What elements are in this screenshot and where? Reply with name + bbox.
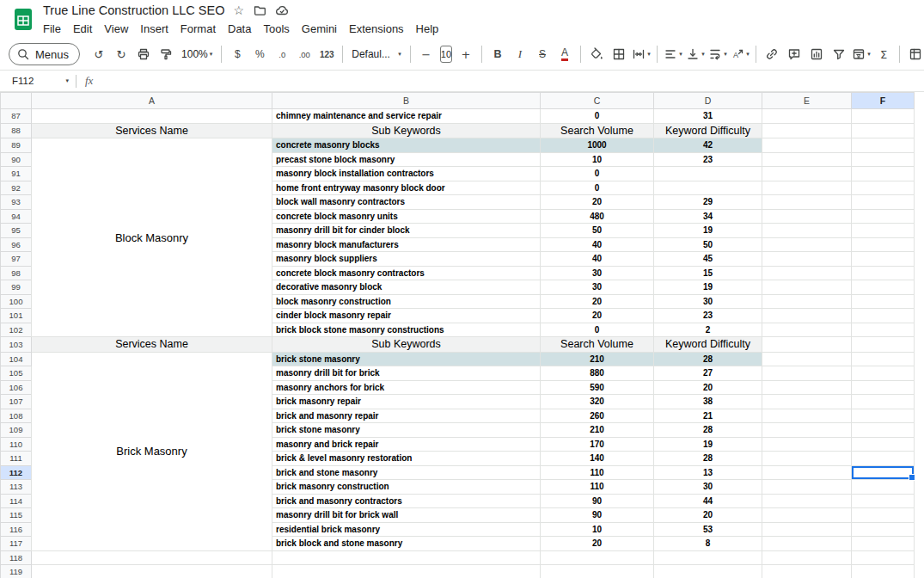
- cell-B94[interactable]: concrete block masonry units: [272, 209, 541, 224]
- cloud-status-icon[interactable]: [275, 3, 289, 17]
- cell-F95[interactable]: [852, 224, 915, 238]
- cell-F103[interactable]: [852, 337, 915, 353]
- horizontal-align-button[interactable]: ▾: [663, 43, 683, 65]
- cell-D93[interactable]: 29: [654, 195, 762, 210]
- cell-D103[interactable]: Keyword Difficulty: [654, 337, 762, 353]
- name-box[interactable]: F112 ▾: [12, 76, 69, 86]
- cell-E117[interactable]: [762, 537, 852, 551]
- cell-E115[interactable]: [762, 508, 852, 523]
- cell-C111[interactable]: 140: [541, 452, 654, 466]
- cell-C113[interactable]: 110: [541, 480, 654, 495]
- search-menus-button[interactable]: Menus: [9, 43, 80, 65]
- cell-C88[interactable]: Search Volume: [541, 123, 654, 138]
- strikethrough-button[interactable]: S: [532, 43, 553, 65]
- borders-button[interactable]: [609, 43, 629, 65]
- document-title[interactable]: True Line Construction LLC SEO: [43, 3, 224, 17]
- cell-C112[interactable]: 110: [541, 465, 654, 480]
- cell-E109[interactable]: [762, 423, 852, 438]
- cell-C102[interactable]: 0: [541, 323, 654, 337]
- cell-C98[interactable]: 30: [541, 266, 654, 280]
- cell-C109[interactable]: 210: [541, 423, 654, 438]
- cell-C92[interactable]: 0: [541, 181, 654, 195]
- paint-format-button[interactable]: [156, 43, 176, 65]
- cell-F99[interactable]: [852, 280, 915, 295]
- cell-E114[interactable]: [762, 494, 852, 508]
- cell-D114[interactable]: 44: [654, 494, 762, 508]
- insert-link-button[interactable]: [762, 43, 782, 65]
- cell-E103[interactable]: [762, 337, 852, 353]
- cell-B91[interactable]: masonry block installation contractors: [272, 167, 541, 181]
- cell-C101[interactable]: 20: [541, 309, 654, 323]
- cell-A87[interactable]: [32, 109, 272, 124]
- row-header-99[interactable]: 99: [1, 280, 32, 295]
- row-header-117[interactable]: 117: [1, 537, 32, 551]
- row-header-106[interactable]: 106: [1, 380, 32, 395]
- cell-E93[interactable]: [762, 195, 852, 210]
- cell-D101[interactable]: 23: [654, 309, 762, 323]
- text-rotation-button[interactable]: A▾: [730, 43, 750, 65]
- col-header-C[interactable]: C: [541, 93, 654, 109]
- menu-insert[interactable]: Insert: [134, 22, 174, 36]
- cell-F97[interactable]: [852, 252, 915, 267]
- cell-E99[interactable]: [762, 280, 852, 295]
- cell-D97[interactable]: 45: [654, 252, 762, 267]
- row-header-94[interactable]: 94: [1, 209, 32, 224]
- cell-E104[interactable]: [762, 352, 852, 366]
- vertical-align-button[interactable]: ▾: [685, 43, 706, 65]
- cell-D116[interactable]: 53: [654, 522, 762, 537]
- row-header-104[interactable]: 104: [1, 352, 32, 366]
- row-header-113[interactable]: 113: [1, 480, 32, 495]
- menu-file[interactable]: File: [37, 22, 67, 36]
- cell-A103[interactable]: Services Name: [32, 337, 272, 353]
- cell-F90[interactable]: [852, 152, 915, 167]
- cell-F109[interactable]: [852, 423, 915, 438]
- cell-B104[interactable]: brick stone masonry: [272, 352, 541, 366]
- cell-E113[interactable]: [762, 480, 852, 495]
- cell-F105[interactable]: [852, 366, 915, 381]
- cell-B89[interactable]: concrete masonry blocks: [272, 138, 541, 153]
- insert-comment-button[interactable]: [784, 43, 805, 65]
- text-wrap-button[interactable]: ▾: [707, 43, 728, 65]
- cell-B109[interactable]: brick stone masonry: [272, 423, 541, 438]
- cell-D113[interactable]: 30: [654, 480, 762, 495]
- cell-D92[interactable]: [654, 181, 762, 195]
- cell-E105[interactable]: [762, 366, 852, 381]
- cell-E111[interactable]: [762, 452, 852, 466]
- row-header-112[interactable]: 112: [1, 465, 32, 480]
- cell-F93[interactable]: [852, 195, 915, 210]
- select-all-corner[interactable]: [1, 93, 32, 109]
- cell-C110[interactable]: 170: [541, 437, 654, 452]
- menu-edit[interactable]: Edit: [67, 22, 98, 36]
- cell-E100[interactable]: [762, 294, 852, 309]
- cell-C118[interactable]: [541, 550, 654, 565]
- cell-F100[interactable]: [852, 294, 915, 309]
- col-header-F[interactable]: F: [852, 93, 915, 109]
- cell-D102[interactable]: 2: [654, 323, 762, 337]
- cell-E97[interactable]: [762, 252, 852, 267]
- col-header-A[interactable]: A: [32, 93, 272, 109]
- cell-A104[interactable]: Brick Masonry: [32, 352, 272, 550]
- cell-C103[interactable]: Search Volume: [541, 337, 654, 353]
- cell-F101[interactable]: [852, 309, 915, 323]
- cell-B99[interactable]: decorative masonry block: [272, 280, 541, 295]
- cell-F92[interactable]: [852, 181, 915, 195]
- merge-cells-button[interactable]: ▾: [631, 43, 652, 65]
- cell-A89[interactable]: Block Masonry: [32, 138, 272, 337]
- cell-D108[interactable]: 21: [654, 409, 762, 423]
- row-header-114[interactable]: 114: [1, 494, 32, 508]
- cell-D100[interactable]: 30: [654, 294, 762, 309]
- cell-F102[interactable]: [852, 323, 915, 337]
- cell-E88[interactable]: [762, 123, 852, 138]
- cell-B90[interactable]: precast stone block masonry: [272, 152, 541, 167]
- cell-F107[interactable]: [852, 395, 915, 409]
- row-header-91[interactable]: 91: [1, 167, 32, 181]
- cell-E108[interactable]: [762, 409, 852, 423]
- cell-C107[interactable]: 320: [541, 395, 654, 409]
- row-header-119[interactable]: 119: [1, 565, 32, 578]
- cell-B102[interactable]: brick block stone masonry constructions: [272, 323, 541, 337]
- redo-button[interactable]: ↻: [111, 43, 132, 65]
- print-button[interactable]: [133, 43, 154, 65]
- cell-C115[interactable]: 90: [541, 508, 654, 523]
- cell-E98[interactable]: [762, 266, 852, 280]
- cell-F104[interactable]: [852, 352, 915, 366]
